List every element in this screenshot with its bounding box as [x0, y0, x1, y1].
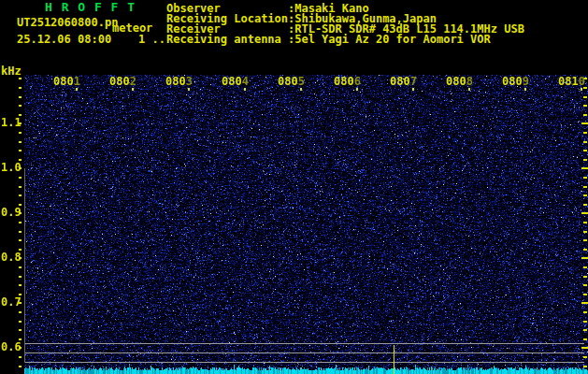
freq-tick-right [583, 114, 587, 116]
minute-tick [468, 88, 470, 91]
capture-filename: UT2512060800.pn [17, 17, 118, 28]
freq-axis-label: 0.8 [1, 252, 21, 263]
time-label-bright: 080 [390, 75, 410, 88]
freq-tick-right [583, 177, 587, 179]
level-grid-line [24, 343, 584, 344]
freq-tick-left [19, 338, 22, 340]
freq-tick-left [19, 284, 22, 286]
freq-axis-label: 0.6 [1, 341, 21, 352]
app-title: H R O F F T [45, 2, 136, 13]
freq-tick-right [583, 311, 587, 313]
time-label-bright: 080 [278, 75, 298, 88]
time-label-dim: 5 [298, 75, 305, 88]
freq-tick-right [583, 132, 587, 134]
freq-tick-right [583, 194, 587, 196]
minute-tick [581, 88, 582, 91]
freq-tick-left [19, 141, 22, 143]
freq-tick-right [583, 294, 587, 295]
time-label-dim: 9 [523, 75, 529, 88]
hrofft-screen: H R O F F T UT2512060800.pn meteor 25.12… [0, 0, 588, 374]
freq-axis-label: 0.7 [1, 296, 21, 308]
freq-tick-left [19, 87, 22, 89]
freq-tick-right-major [581, 347, 588, 349]
time-label-dim: 6 [354, 75, 361, 88]
info-row: Receiving antenna:5el Yagi Az 20 for Aom… [166, 35, 524, 45]
freq-tick-left [19, 329, 22, 331]
freq-tick-left [19, 321, 22, 323]
freq-axis-label: 1.1 [1, 117, 21, 128]
freq-axis-label: 1.0 [1, 162, 21, 173]
time-label-dim: 7 [410, 75, 417, 88]
noise-level-trace-canvas [24, 363, 588, 374]
time-label: 0804 [222, 76, 249, 87]
freq-tick-right-major [581, 257, 588, 259]
header-info: Observer:Masaki KanoReceiving Location:S… [166, 4, 524, 45]
time-label: 0803 [165, 76, 193, 87]
time-label-bright: 080 [53, 75, 74, 88]
freq-tick-left [19, 257, 22, 259]
time-label: 0801 [53, 76, 80, 87]
freq-tick-left [19, 122, 22, 124]
freq-tick-left [19, 159, 22, 161]
freq-tick-right [583, 356, 587, 358]
time-label-dim: 2 [130, 75, 136, 88]
spectrogram-canvas [24, 75, 588, 374]
time-label: 0807 [390, 76, 417, 87]
minute-tick [300, 88, 302, 91]
info-label: Receiving antenna [166, 35, 288, 45]
freq-tick-right [583, 222, 587, 223]
time-label-dim: 8 [466, 75, 473, 88]
level-scale-line [24, 168, 25, 363]
freq-tick-right [583, 338, 587, 340]
freq-tick-left [19, 302, 22, 304]
freq-tick-left [19, 347, 22, 349]
freq-tick-right [583, 105, 587, 107]
freq-tick-left [19, 96, 22, 98]
freq-tick-right-major [581, 212, 588, 214]
minute-tick [132, 88, 134, 91]
time-label: 0810 [558, 76, 585, 87]
freq-tick-right [583, 249, 587, 251]
freq-tick-left [19, 150, 22, 151]
time-label: 0805 [278, 76, 305, 87]
freq-tick-right [583, 204, 587, 206]
freq-tick-right [583, 186, 587, 188]
time-label-bright: 081 [558, 75, 579, 88]
time-label-dim: 4 [242, 75, 249, 88]
freq-tick-left [19, 222, 22, 223]
freq-tick-right [583, 276, 587, 278]
freq-tick-left [19, 231, 22, 233]
freq-tick-left [19, 204, 22, 206]
level-grid-line [24, 352, 584, 353]
freq-axis-unit: kHz [1, 65, 22, 77]
freq-tick-left [19, 294, 22, 295]
freq-tick-left [19, 105, 22, 107]
current-time-marker [394, 345, 394, 374]
time-label-bright: 080 [165, 75, 186, 88]
freq-tick-right [583, 366, 587, 367]
freq-tick-right-major [581, 302, 588, 304]
time-label: 0802 [109, 76, 136, 87]
freq-tick-left [19, 266, 22, 268]
freq-tick-right [583, 284, 587, 286]
freq-tick-right [583, 239, 587, 241]
freq-tick-right [583, 96, 587, 98]
freq-axis-label: 0.9 [1, 207, 21, 218]
freq-tick-left [19, 356, 22, 358]
minute-tick [188, 88, 190, 91]
freq-tick-left [19, 78, 22, 79]
freq-tick-right [583, 141, 587, 143]
freq-tick-left [19, 194, 22, 196]
freq-tick-left [19, 177, 22, 179]
freq-tick-left [19, 114, 22, 116]
info-value: :5el Yagi Az 20 for Aomori VOR [288, 33, 491, 46]
minute-tick [244, 88, 246, 91]
minute-tick [356, 88, 358, 91]
freq-tick-left [19, 212, 22, 214]
freq-tick-right-major [581, 122, 588, 124]
freq-tick-left [19, 239, 22, 241]
datetime-line: 25.12.06 08:00 1 .. [17, 34, 165, 45]
minute-tick [524, 88, 526, 91]
freq-tick-right [583, 150, 587, 151]
freq-tick-left [19, 276, 22, 278]
